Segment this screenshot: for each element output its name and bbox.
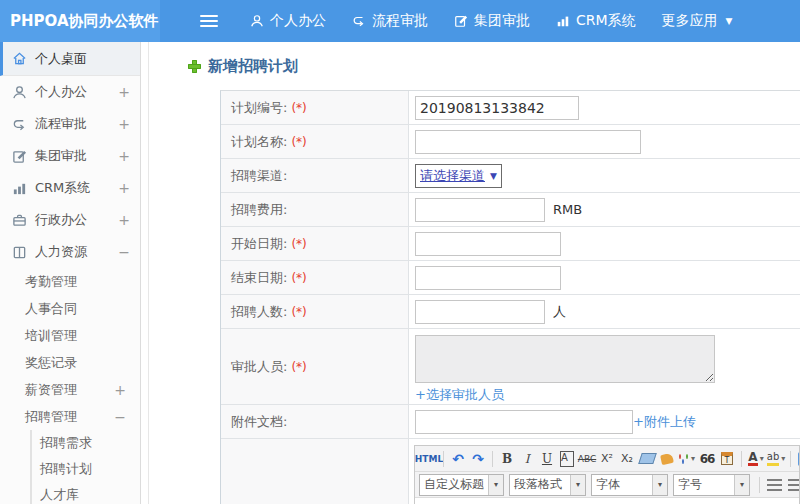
required-mark: (*): [291, 237, 306, 251]
expand-plus-icon[interactable]: +: [118, 148, 130, 164]
required-mark: (*): [291, 271, 306, 285]
format-painter-icon[interactable]: [657, 449, 677, 469]
html-source-button[interactable]: HTML: [419, 449, 439, 469]
paragraph-format-select[interactable]: 段落格式 ▾: [509, 474, 586, 496]
form-row-start-date: 开始日期: (*): [221, 227, 800, 261]
blockquote-button[interactable]: 66: [697, 449, 717, 469]
attachment-label: 附件文档:: [221, 405, 409, 438]
required-mark: (*): [291, 360, 306, 374]
attachment-upload-link[interactable]: +附件上传: [633, 413, 696, 431]
italic-button[interactable]: I: [517, 449, 537, 469]
expand-plus-icon[interactable]: +: [118, 84, 130, 100]
bar-chart-icon: [12, 181, 27, 196]
superscript-button[interactable]: X²: [597, 449, 617, 469]
sidebar-item-workflow-approval[interactable]: 流程审批 +: [0, 108, 140, 140]
font-family-select[interactable]: 字体 ▾: [591, 474, 668, 496]
chevron-down-icon: ▾: [760, 454, 764, 463]
form-row-fee: 招聘费用: RMB: [221, 193, 800, 227]
sidebar-item-talent-pool[interactable]: 人才库: [32, 482, 140, 504]
paste-text-button[interactable]: T: [717, 449, 737, 469]
sidebar-item-training[interactable]: 培训管理: [0, 322, 140, 349]
rich-text-editor: HTML ↶ ↷ B I U A ABC X² X₂ ▾: [414, 445, 800, 504]
editor-content-area[interactable]: [415, 498, 799, 504]
recruit-plan-form: 计划编号: (*) 计划名称: (*) 招聘渠道: 请选择渠道: [220, 90, 800, 504]
end-date-input[interactable]: [415, 266, 561, 290]
plan-no-input[interactable]: [415, 96, 579, 120]
collapse-minus-icon[interactable]: −: [118, 244, 130, 260]
form-row-editor: HTML ↶ ↷ B I U A ABC X² X₂ ▾: [221, 439, 800, 504]
topmenu-personal-office[interactable]: 个人办公: [250, 12, 326, 30]
choose-approver-link[interactable]: +选择审批人员: [415, 386, 504, 404]
bar-chart-icon: [556, 14, 570, 28]
sidebar-item-group-approval[interactable]: 集团审批 +: [0, 140, 140, 172]
editor-label-empty: [221, 439, 409, 504]
auto-typeset-button[interactable]: ▾: [677, 449, 697, 469]
sidebar-item-personal-office[interactable]: 个人办公 +: [0, 76, 140, 108]
editor-toolbar-row1: HTML ↶ ↷ B I U A ABC X² X₂ ▾: [415, 446, 799, 472]
headcount-input[interactable]: [415, 300, 545, 324]
plan-name-input[interactable]: [415, 130, 641, 154]
expand-plus-icon[interactable]: +: [118, 212, 130, 228]
form-row-end-date: 结束日期: (*): [221, 261, 800, 295]
topmenu-crm[interactable]: CRM系统: [556, 12, 636, 30]
strikethrough-button[interactable]: ABC: [577, 449, 597, 469]
underline-button[interactable]: U: [537, 449, 557, 469]
fee-input[interactable]: [415, 198, 545, 222]
recruitment-submenu: 招聘需求 招聘计划 人才库: [30, 430, 140, 504]
redo-icon[interactable]: ↷: [468, 449, 488, 469]
toolbar-separator: [443, 451, 444, 467]
attachment-input[interactable]: [415, 410, 633, 434]
chevron-down-icon: ▾: [781, 454, 785, 463]
chevron-down-icon: ▼: [490, 171, 497, 181]
sidebar: 个人桌面 个人办公 + 流程审批 + 集团审批 + CRM系统 + 行政办公 +…: [0, 42, 141, 504]
fee-unit: RMB: [553, 202, 582, 217]
topmenu-workflow-approval[interactable]: 流程审批: [352, 12, 428, 30]
custom-title-select[interactable]: 自定义标题 ▾: [419, 474, 504, 496]
sidebar-item-hr-contract[interactable]: 人事合同: [0, 295, 140, 322]
align-center-icon[interactable]: [784, 475, 799, 495]
flow-arrow-icon: [352, 14, 366, 28]
highlight-color-button[interactable]: ab▾: [766, 449, 786, 469]
expand-plus-icon[interactable]: +: [114, 382, 140, 398]
sidebar-item-hr[interactable]: 人力资源 −: [0, 236, 140, 268]
font-color-button[interactable]: A▾: [746, 449, 766, 469]
topmenu-more-apps[interactable]: 更多应用 ▼: [662, 12, 733, 30]
topmenu-group-approval[interactable]: 集团审批: [454, 12, 530, 30]
expand-plus-icon[interactable]: +: [118, 180, 130, 196]
eraser-icon[interactable]: [637, 449, 657, 469]
start-date-input[interactable]: [415, 232, 561, 256]
headcount-label: 招聘人数: (*): [221, 295, 409, 328]
topbar: PHPOA协同办公软件 个人办公 流程审批 集团审批 CRM系统 更多应用 ▼: [0, 0, 800, 42]
font-border-button[interactable]: A: [557, 449, 577, 469]
subscript-button[interactable]: X₂: [617, 449, 637, 469]
required-mark: (*): [291, 101, 306, 115]
page-header: 新增招聘计划: [188, 56, 800, 76]
toolbar-separator: [759, 477, 760, 493]
toolbar-separator: [492, 451, 493, 467]
approver-textarea[interactable]: [415, 335, 715, 383]
app-logo: PHPOA协同办公软件: [0, 0, 160, 42]
bold-button[interactable]: B: [497, 449, 517, 469]
channel-select[interactable]: 请选择渠道 ▼: [415, 164, 502, 188]
sidebar-item-recruit-demand[interactable]: 招聘需求: [32, 430, 140, 456]
form-row-channel: 招聘渠道: 请选择渠道 ▼: [221, 159, 800, 193]
collapse-minus-icon[interactable]: −: [114, 409, 140, 425]
main-content: 新增招聘计划 计划编号: (*) 计划名称: (*) 招聘渠道:: [150, 42, 800, 504]
home-icon: [12, 51, 27, 66]
plan-no-label: 计划编号: (*): [221, 91, 409, 124]
sidebar-item-attendance[interactable]: 考勤管理: [0, 268, 140, 295]
font-size-select[interactable]: 字号 ▾: [673, 474, 750, 496]
sidebar-item-rewards[interactable]: 奖惩记录: [0, 349, 140, 376]
emotion-icon[interactable]: [795, 449, 799, 469]
align-left-icon[interactable]: [764, 475, 784, 495]
sidebar-item-desktop[interactable]: 个人桌面: [0, 42, 140, 76]
sidebar-item-salary[interactable]: 薪资管理 +: [0, 376, 140, 403]
sidebar-item-recruit-plan[interactable]: 招聘计划: [32, 456, 140, 482]
sidebar-item-admin-office[interactable]: 行政办公 +: [0, 204, 140, 236]
hamburger-menu-icon[interactable]: [200, 15, 218, 27]
undo-icon[interactable]: ↶: [448, 449, 468, 469]
sidebar-item-crm[interactable]: CRM系统 +: [0, 172, 140, 204]
expand-plus-icon[interactable]: +: [118, 116, 130, 132]
sidebar-scrollbar[interactable]: [142, 42, 149, 504]
sidebar-item-recruitment[interactable]: 招聘管理 −: [0, 403, 140, 430]
